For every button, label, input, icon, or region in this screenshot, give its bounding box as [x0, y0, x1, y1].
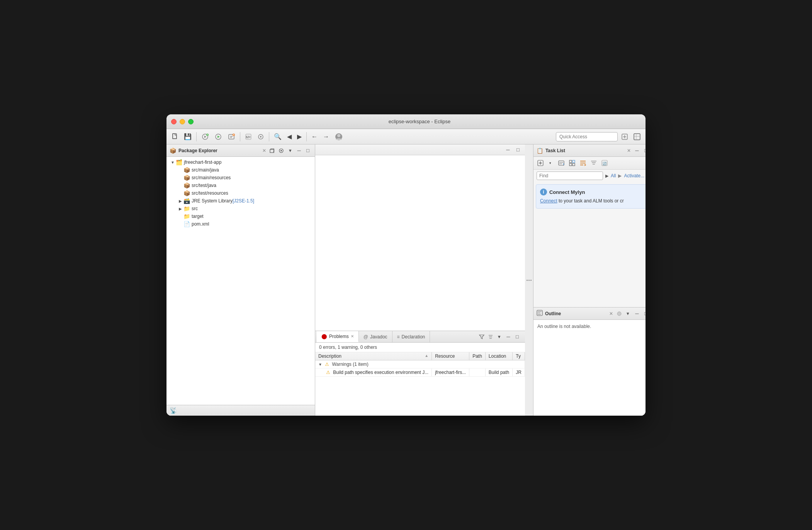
tree-item-src-test-resources[interactable]: 📦 src/test/resources: [166, 189, 315, 197]
new-task-dropdown-btn[interactable]: ▾: [546, 158, 555, 168]
close-button[interactable]: [171, 119, 177, 124]
traffic-lights: [171, 119, 194, 124]
task-sort-btn[interactable]: [589, 158, 598, 168]
warning-item-label: Build path specifies execution environme…: [333, 370, 428, 375]
problems-minimize-btn[interactable]: ─: [505, 333, 512, 341]
task-toolbar: ▾ 🔄: [533, 157, 646, 170]
warning-item-row[interactable]: ⚠ Build path specifies execution environ…: [315, 369, 525, 377]
problems-panel: ⬤ Problems ✕ @ Javadoc ≡ Declaration: [315, 331, 525, 416]
external-tools-button[interactable]: [226, 132, 237, 141]
outline-sort-btn[interactable]: [615, 310, 623, 318]
new-task-btn[interactable]: [536, 158, 545, 168]
tree-item-src-main-java[interactable]: 📦 src/main/java: [166, 166, 315, 174]
view-menu-btn[interactable]: ▾: [286, 147, 294, 155]
jre-label: JRE System Library: [192, 198, 233, 204]
connect-link[interactable]: Connect: [540, 198, 557, 204]
svg-rect-14: [270, 149, 274, 153]
svg-point-25: [617, 312, 621, 316]
task-filter-btn[interactable]: [557, 158, 566, 168]
problems-sort-btn[interactable]: [487, 333, 494, 341]
run-button[interactable]: [212, 132, 224, 141]
pom-label: pom.xml: [192, 221, 209, 227]
task-maximize-btn[interactable]: □: [642, 147, 646, 155]
window-title: eclipse-workspace - Eclipse: [198, 119, 641, 124]
collapse-all-btn[interactable]: [268, 147, 276, 155]
task-group-btn[interactable]: [567, 158, 577, 168]
task-find-input[interactable]: [537, 172, 603, 180]
bottom-status-left: 📡: [166, 405, 315, 416]
svg-rect-17: [559, 161, 564, 165]
maximize-panel-btn[interactable]: □: [304, 147, 312, 155]
problems-maximize-btn[interactable]: □: [513, 333, 521, 341]
warning-type-cell: JR: [513, 369, 525, 377]
save-button[interactable]: 💾: [182, 132, 194, 141]
open-perspective-button[interactable]: [255, 132, 266, 141]
search-button[interactable]: 🔍: [272, 132, 284, 141]
all-filter-label[interactable]: All: [611, 173, 616, 178]
src-main-java-label: src/main/java: [192, 167, 219, 173]
link-with-editor-btn[interactable]: [277, 147, 285, 155]
maximize-button[interactable]: [188, 119, 194, 124]
tree-item-src[interactable]: ▶ 📁 src: [166, 205, 315, 212]
tree-item-pom[interactable]: 📄 pom.xml: [166, 220, 315, 228]
col-path: Path: [469, 352, 486, 360]
outline-icon: [537, 310, 543, 317]
back-button[interactable]: ←: [309, 132, 319, 141]
task-sync-btn[interactable]: 🔄: [600, 158, 609, 168]
svg-text:M+: M+: [246, 135, 251, 139]
tree-item-project[interactable]: ▼ 🗂️ jfreechart-first-app: [166, 158, 315, 166]
javadoc-tab[interactable]: @ Javadoc: [359, 331, 392, 342]
quick-access-input[interactable]: [556, 132, 618, 141]
nav-prev-button[interactable]: ◀: [285, 132, 294, 141]
warning-path-cell: [469, 369, 486, 377]
outline-maximize-btn[interactable]: □: [642, 310, 646, 318]
new-file-button[interactable]: [170, 132, 180, 141]
nav-next-button[interactable]: ▶: [295, 132, 304, 141]
activate-label[interactable]: Activate...: [624, 173, 644, 178]
tree-arrow-project: ▼: [170, 160, 176, 165]
col-description: Description ▲: [315, 352, 432, 360]
warning-desc-cell: ⚠ Build path specifies execution environ…: [315, 369, 432, 377]
problems-menu-btn[interactable]: ▾: [496, 333, 503, 341]
problems-summary: 0 errors, 1 warning, 0 others: [315, 343, 525, 352]
problems-actions: ▾ ─ □: [478, 333, 523, 341]
minimize-button[interactable]: [180, 119, 185, 124]
editor-maximize-btn[interactable]: □: [514, 146, 522, 154]
tree-item-src-test-java[interactable]: 📦 src/test/java: [166, 182, 315, 189]
tree-item-jre[interactable]: ▶ 🗃️ JRE System Library [J2SE-1.5]: [166, 197, 315, 205]
tree-view: ▼ 🗂️ jfreechart-first-app 📦 src/main/jav…: [166, 157, 315, 405]
svg-rect-18: [569, 160, 572, 163]
svg-point-9: [260, 136, 262, 138]
rss-icon[interactable]: 📡: [170, 407, 177, 414]
task-categories-btn[interactable]: [578, 158, 588, 168]
outline-minimize-btn[interactable]: ─: [633, 310, 641, 318]
task-list-panel: 📋 Task List ✕ ─ □ ▾: [533, 144, 646, 307]
javadoc-tab-label: Javadoc: [370, 334, 387, 340]
src-test-res-label: src/test/resources: [192, 190, 228, 196]
editor-minimize-btn[interactable]: ─: [504, 146, 512, 154]
outline-message: An outline is not available.: [537, 324, 591, 329]
tree-item-target[interactable]: 📁 target: [166, 212, 315, 220]
src-main-java-icon: 📦: [183, 167, 190, 173]
problems-tab[interactable]: ⬤ Problems ✕: [317, 331, 359, 342]
package-explorer-icon: 📦: [170, 148, 176, 154]
expand-icon: ▼: [318, 362, 322, 367]
src-test-res-icon: 📦: [183, 190, 190, 196]
problems-tabs-bar: ⬤ Problems ✕ @ Javadoc ≡ Declaration: [315, 331, 525, 343]
new-maven-button[interactable]: M+: [243, 132, 254, 141]
open-task-btn[interactable]: [619, 132, 630, 141]
warning-group-row[interactable]: ▼ ⚠ Warnings (1 item): [315, 360, 525, 369]
svg-rect-13: [634, 134, 640, 140]
declaration-tab[interactable]: ≡ Declaration: [392, 331, 430, 342]
problems-filter-btn[interactable]: [478, 333, 486, 341]
perspective-btn[interactable]: [632, 132, 642, 141]
task-minimize-btn[interactable]: ─: [633, 147, 641, 155]
debug-config-button[interactable]: [199, 132, 211, 141]
eclipse-window: eclipse-workspace - Eclipse 💾 M+ 🔍 ◀ ▶: [166, 114, 646, 416]
package-explorer-header: 📦 Package Explorer ✕ ▾ ─ □: [166, 144, 315, 157]
tree-item-src-main-resources[interactable]: 📦 src/main/resources: [166, 174, 315, 182]
minimize-panel-btn[interactable]: ─: [295, 147, 303, 155]
forward-button[interactable]: →: [321, 132, 331, 141]
outline-menu-btn[interactable]: ▾: [624, 310, 632, 318]
avatar-button[interactable]: [333, 131, 345, 142]
